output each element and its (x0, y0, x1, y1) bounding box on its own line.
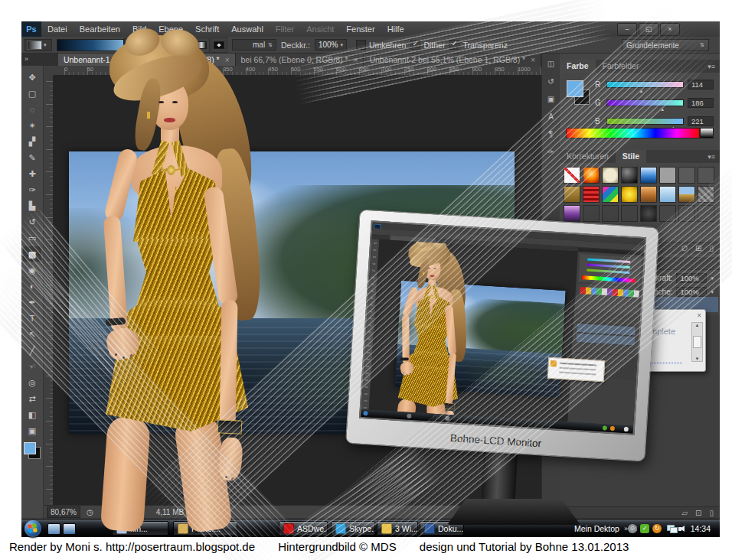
tab-stile[interactable]: Stile (616, 150, 646, 163)
panel-strip-icon[interactable]: A (548, 112, 554, 121)
tray-icon[interactable]: ✓ (640, 524, 649, 533)
window-control-button[interactable]: × (660, 23, 680, 36)
tool-icon[interactable]: ▩ (23, 246, 41, 262)
tool-icon[interactable]: ◉ (23, 262, 41, 278)
option-checkbox[interactable]: Transparenz (449, 40, 508, 50)
panel-strip-icon[interactable]: ↺ (547, 77, 554, 86)
tool-icon[interactable]: ✎ (23, 150, 41, 165)
style-swatch[interactable] (678, 186, 695, 203)
close-icon[interactable]: × (531, 56, 535, 64)
style-swatch[interactable] (602, 167, 619, 184)
workspace-select[interactable]: Grundelemente ⇅ (622, 39, 709, 51)
channel-slider[interactable]: ▲ (606, 99, 684, 106)
tab-farbe[interactable]: Farbe (560, 60, 596, 73)
dialog-link-underline[interactable] (650, 357, 682, 363)
network-icon[interactable] (667, 525, 677, 532)
tray-icon[interactable]: ☺ (628, 524, 637, 533)
scroll-thumb[interactable] (693, 336, 701, 348)
tool-icon[interactable]: ╱ (23, 343, 41, 358)
style-swatch[interactable] (640, 167, 657, 184)
opacity-input[interactable]: 100% ▾ (315, 39, 347, 50)
menu-item[interactable]: Ansicht (300, 21, 340, 37)
tray-icon[interactable]: ↻ (652, 524, 662, 533)
channel-slider[interactable]: ▲ (606, 81, 684, 88)
chevron-down-icon[interactable]: ▾ (711, 275, 714, 282)
style-swatch[interactable] (659, 205, 676, 222)
folder-icon[interactable]: ▱ (681, 509, 688, 517)
window-control-button[interactable]: – (617, 23, 637, 36)
style-swatch[interactable] (564, 205, 580, 222)
style-swatch[interactable] (640, 205, 657, 222)
style-swatch[interactable] (564, 167, 580, 184)
color-spectrum-bar[interactable] (566, 128, 700, 138)
style-swatch[interactable] (583, 186, 600, 203)
chevron-down-icon[interactable]: ▾ (711, 289, 714, 295)
new-layer-icon[interactable]: ⊡ (695, 509, 701, 517)
channel-slider[interactable]: ▲ (606, 118, 684, 125)
style-swatch[interactable] (583, 167, 600, 184)
taskbar-button[interactable]: Skype... (331, 521, 375, 536)
tool-icon[interactable]: ✶ (23, 118, 41, 133)
style-swatch[interactable] (621, 186, 638, 203)
style-swatch[interactable] (621, 205, 638, 222)
quicklaunch-show-desktop-icon[interactable] (47, 523, 60, 535)
start-button[interactable] (25, 520, 41, 537)
style-swatch[interactable] (602, 205, 619, 222)
tool-icon[interactable]: ✥ (23, 70, 41, 85)
checkbox-icon[interactable] (356, 40, 366, 50)
foreground-color-swatch[interactable] (567, 80, 583, 97)
tool-extra-icon[interactable]: ◧ (23, 407, 41, 422)
panel-strip-icon[interactable]: ▣ (547, 95, 554, 103)
style-swatch[interactable] (698, 167, 714, 184)
tool-icon[interactable]: ↺ (23, 214, 41, 230)
tool-extra-icon[interactable]: ⇄ (23, 391, 41, 406)
document-tab[interactable]: Unbenannt-2 bei 55,1% (Ebene 1, RGB/8) *… (364, 54, 541, 66)
style-swatch[interactable] (698, 205, 714, 222)
checkbox-icon[interactable] (449, 40, 459, 50)
menu-item[interactable]: Fenster (340, 21, 381, 37)
tab-korrekturen[interactable]: Korrekturen (560, 150, 616, 163)
foreground-color-swatch[interactable] (24, 442, 36, 454)
option-checkbox[interactable]: Umkehren (356, 40, 406, 50)
opacity-input[interactable]: 100% (676, 273, 707, 283)
scroll-up-icon[interactable]: ▲ (695, 323, 700, 327)
tool-icon[interactable]: T (23, 311, 41, 326)
slider-thumb-icon[interactable]: ▲ (660, 107, 665, 112)
panel-strip-icon[interactable]: ◫ (547, 60, 554, 68)
tool-icon[interactable]: ✚ (23, 166, 41, 181)
channel-value-input[interactable]: 114 (688, 80, 714, 90)
menu-item[interactable]: Hilfe (381, 21, 410, 37)
tool-preset-picker[interactable]: ▾ (25, 39, 52, 51)
tool-icon[interactable]: ◐ (23, 278, 41, 294)
close-icon[interactable]: × (354, 56, 358, 64)
tool-extra-icon[interactable]: ▣ (23, 423, 41, 438)
taskbar-button[interactable]: 3 Wi... ▾ (377, 521, 418, 536)
panel-strip-icon[interactable]: ✑ (547, 148, 554, 156)
tool-icon[interactable]: ▞ (23, 134, 41, 149)
checkbox-icon[interactable] (410, 40, 420, 50)
taskbar-clock[interactable]: 14:34 (691, 519, 711, 538)
trash-icon[interactable]: ▯ (709, 509, 714, 517)
style-swatch[interactable] (602, 186, 619, 203)
panel-menu-icon[interactable]: ▾≡ (707, 153, 720, 161)
panel-menu-icon[interactable]: ▾≡ (707, 63, 720, 70)
toolbar-label[interactable]: Mein Dektop (574, 524, 619, 533)
tool-icon[interactable]: ✒ (23, 295, 41, 310)
style-swatch[interactable] (583, 205, 600, 222)
tool-icon[interactable]: ▭ (23, 230, 41, 246)
style-swatch[interactable] (678, 205, 695, 222)
option-checkbox[interactable]: Dither (410, 40, 445, 50)
window-control-button[interactable]: ◱ (639, 23, 658, 36)
tab-farbfelder[interactable]: Farbfelder (596, 60, 646, 73)
color-swatches[interactable] (23, 441, 41, 460)
style-swatch[interactable] (564, 186, 580, 203)
bw-spectrum[interactable] (700, 128, 714, 138)
channel-value-input[interactable]: 186 (688, 98, 714, 108)
styles-footer-icon[interactable]: ⊞ (695, 244, 701, 252)
styles-footer-icon[interactable]: ∅ (681, 244, 688, 252)
style-swatch[interactable] (659, 186, 676, 203)
tool-icon[interactable]: ☜ (23, 359, 41, 374)
channel-value-input[interactable]: 221 (688, 116, 714, 126)
slider-thumb-icon[interactable]: ▲ (639, 89, 644, 93)
tool-icon[interactable]: ◌ (23, 102, 41, 117)
